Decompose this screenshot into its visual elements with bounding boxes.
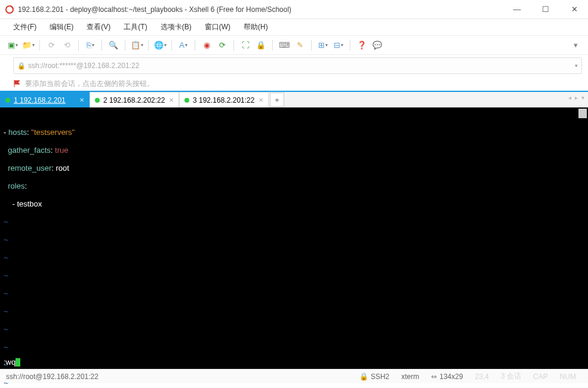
flag-icon[interactable] — [13, 79, 21, 88]
layout-icon[interactable]: ⊟ — [332, 39, 345, 52]
highlight-icon[interactable]: ✎ — [293, 39, 306, 52]
separator — [195, 40, 195, 51]
tab-close-icon[interactable]: ✕ — [169, 97, 174, 103]
search-icon[interactable]: 🔍 — [107, 39, 120, 52]
menu-help[interactable]: 帮助(H) — [241, 20, 270, 35]
menu-edit[interactable]: 编辑(E) — [47, 20, 76, 35]
separator — [350, 40, 350, 51]
open-session-icon[interactable]: 📁 — [21, 39, 35, 52]
separator — [39, 40, 40, 51]
menu-window[interactable]: 窗口(W) — [202, 20, 233, 35]
toolbar: ▣ 📁 ⟳ ⟲ ⎘ 🔍 📋 🌐 A ◉ ⟳ ⛶ 🔒 ⌨ ✎ ⊞ ⊟ ❓ 💬 ▾ — [0, 36, 588, 55]
globe-icon[interactable]: 🌐 — [153, 39, 167, 52]
fullscreen-icon[interactable]: ⛶ — [239, 39, 252, 52]
font-icon[interactable]: A — [177, 39, 190, 52]
separator — [148, 40, 149, 51]
address-bar[interactable]: 🔒 ssh://root:******@192.168.2.201:22 ▾ — [13, 57, 582, 74]
window-controls: — ☐ ✕ — [508, 2, 583, 17]
tab-label: 2 192.168.2.202:22 — [103, 96, 165, 104]
separator — [233, 40, 234, 51]
separator — [78, 40, 79, 51]
add-tab-icon[interactable]: ⊞ — [316, 39, 330, 52]
minimize-button[interactable]: — — [508, 2, 526, 17]
separator — [171, 40, 172, 51]
address-dropdown-icon[interactable]: ▾ — [575, 63, 578, 69]
app-icon — [5, 5, 14, 14]
separator — [311, 40, 312, 51]
tab-label: 3 192.168.2.201:22 — [193, 96, 255, 104]
vim-cmd: :wq — [4, 358, 16, 367]
tab-bar: 1 192.168.2.201 ✕ 2 192.168.2.202:22 ✕ 3… — [0, 91, 588, 107]
yaml-remote-key: remote_user — [8, 164, 51, 173]
refresh-green-icon[interactable]: ⟳ — [216, 39, 229, 52]
new-session-icon[interactable]: ▣ — [6, 39, 19, 52]
add-tab-button[interactable]: + — [270, 93, 284, 107]
yaml-role-item: testbox — [17, 199, 42, 208]
hint-bar: 要添加当前会话，点击左侧的箭头按钮。 — [0, 76, 588, 91]
toolbar-overflow-icon[interactable]: ▾ — [569, 39, 582, 52]
tab-prev-icon[interactable]: ◂ — [568, 94, 571, 101]
address-url: ssh://root:******@192.168.2.201:22 — [28, 61, 575, 70]
disconnect-icon[interactable]: ⟲ — [60, 39, 73, 52]
separator — [125, 40, 125, 51]
titlebar: 192.168.2.201 - deploy@localhost:~/test_… — [0, 0, 588, 19]
yaml-roles-key: roles — [8, 181, 24, 190]
yaml-hosts-val: "testservers" — [31, 128, 75, 137]
menu-tools[interactable]: 工具(T) — [121, 20, 149, 35]
maximize-button[interactable]: ☐ — [537, 2, 555, 17]
tab-next-icon[interactable]: ▸ — [575, 94, 578, 101]
yaml-hosts-key: hosts — [8, 128, 27, 137]
tab-3[interactable]: 3 192.168.2.201:22 ✕ — [179, 92, 269, 107]
separator — [101, 40, 102, 51]
menubar: 文件(F) 编辑(E) 查看(V) 工具(T) 选项卡(B) 窗口(W) 帮助(… — [0, 19, 588, 36]
hint-text: 要添加当前会话，点击左侧的箭头按钮。 — [25, 79, 154, 89]
keyboard-icon[interactable]: ⌨ — [278, 39, 291, 52]
tab-nav: ◂ ▸ ▾ — [568, 94, 584, 101]
separator — [272, 40, 273, 51]
vim-command-line: :wq — [4, 358, 20, 367]
paste-icon[interactable]: 📋 — [130, 39, 143, 52]
terminal[interactable]: - hosts: "testservers" gather_facts: tru… — [0, 107, 588, 369]
help-icon[interactable]: ❓ — [355, 39, 368, 52]
menu-file[interactable]: 文件(F) — [11, 20, 39, 35]
tab-2[interactable]: 2 192.168.2.202:22 ✕ — [90, 92, 179, 107]
tab-menu-icon[interactable]: ▾ — [581, 94, 584, 101]
yaml-gather-key: gather_facts — [8, 146, 51, 155]
yaml-remote-val: root — [56, 164, 69, 173]
terminal-cursor — [16, 358, 20, 367]
status-dot-icon — [184, 98, 189, 103]
status-dot-icon — [95, 98, 100, 103]
chat-icon[interactable]: 💬 — [371, 39, 384, 52]
menu-tab[interactable]: 选项卡(B) — [158, 20, 194, 35]
tab-close-icon[interactable]: ✕ — [258, 97, 263, 103]
lock-icon[interactable]: 🔒 — [254, 39, 267, 52]
status-dot-icon — [5, 98, 10, 103]
tab-1[interactable]: 1 192.168.2.201 ✕ — [0, 92, 90, 107]
lock-address-icon: 🔒 — [17, 62, 26, 70]
copy-icon[interactable]: ⎘ — [84, 39, 97, 52]
tab-label: 1 192.168.2.201 — [14, 96, 76, 104]
reconnect-icon[interactable]: ⟳ — [45, 39, 58, 52]
scrollbar-thumb[interactable] — [578, 109, 587, 118]
tab-close-icon[interactable]: ✕ — [79, 97, 84, 103]
menu-view[interactable]: 查看(V) — [84, 20, 113, 35]
yaml-gather-val: true — [55, 146, 68, 155]
close-button[interactable]: ✕ — [565, 2, 583, 17]
window-title: 192.168.2.201 - deploy@localhost:~/test_… — [18, 5, 508, 14]
spiral-icon[interactable]: ◉ — [200, 39, 213, 52]
